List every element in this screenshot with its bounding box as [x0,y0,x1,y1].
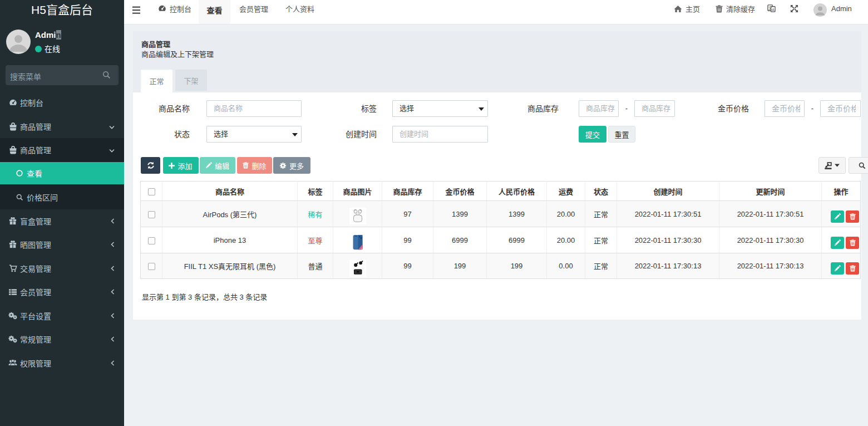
svg-text:A: A [772,8,775,12]
